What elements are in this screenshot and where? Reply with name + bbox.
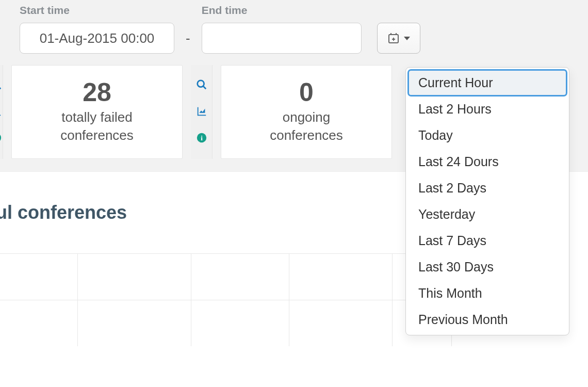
preset-option[interactable]: Last 2 Days [408,175,567,201]
svg-point-9 [197,80,204,87]
info-icon[interactable]: i [197,133,207,145]
svg-line-10 [203,86,206,89]
preset-option[interactable]: Current Hour [408,70,567,96]
stat-label: ongoingconferences [270,108,343,144]
stat-card-failed: 28 totally failedconferences [11,65,183,159]
search-icon[interactable] [196,79,207,92]
svg-text:i: i [201,134,203,142]
chevron-down-icon [404,37,410,40]
svg-line-6 [0,86,1,89]
chart-icon[interactable] [0,106,3,119]
stat-value: 28 [83,79,111,105]
preset-option[interactable]: Last 2 Hours [408,96,567,122]
range-dash: - [174,23,202,54]
date-preset-menu: Current HourLast 2 HoursTodayLast 24 Dou… [405,67,569,335]
start-time-input[interactable] [20,23,174,54]
stat-label: totally failedconferences [60,108,134,144]
calendar-plus-icon [387,32,400,44]
preset-option[interactable]: Last 30 Days [408,254,567,280]
preset-option[interactable]: Today [408,122,567,149]
preset-option[interactable]: This Month [408,280,567,307]
preset-option[interactable]: Previous Month [408,307,567,333]
search-icon[interactable] [0,79,2,92]
preset-option[interactable]: Last 7 Days [408,228,567,254]
date-preset-button[interactable] [377,23,420,54]
stat-card-ongoing: 0 ongoingconferences [221,65,392,159]
start-time-label: Start time [20,4,174,17]
chart-icon[interactable] [195,106,208,119]
preset-option[interactable]: Yesterday [408,201,567,228]
end-time-input[interactable] [202,23,362,54]
stat-value: 0 [299,79,314,105]
info-icon[interactable]: i [0,133,2,145]
card-actions-strip: i [191,65,213,159]
svg-point-7 [0,133,1,142]
card-actions-strip: i [0,65,3,159]
preset-option[interactable]: Last 24 Dours [408,149,567,175]
end-time-label: End time [202,4,362,17]
